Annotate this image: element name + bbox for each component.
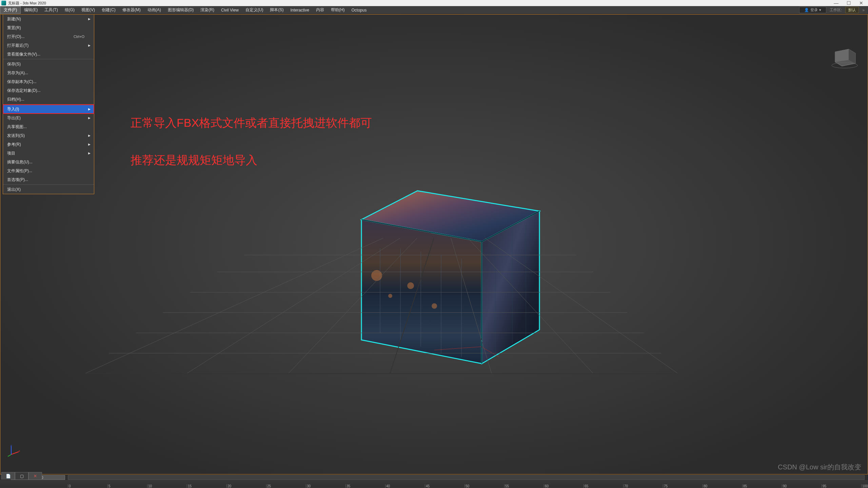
svg-text:z: z: [11, 444, 12, 447]
menu-modifiers[interactable]: 修改器(M): [119, 6, 144, 14]
menu-file[interactable]: 文件(F): [0, 6, 21, 14]
file-menu-item[interactable]: 另存为(A)...: [3, 68, 94, 77]
file-menu-item[interactable]: 导出(E)▶: [3, 114, 94, 122]
menu-item-label: 新建(N): [7, 16, 21, 22]
menu-help[interactable]: 帮助(H): [328, 6, 348, 14]
title-bar: 无标题 - 3ds Max 2020 — ☐ ✕: [0, 0, 868, 6]
file-menu-item[interactable]: 项目▶: [3, 149, 94, 158]
menu-view[interactable]: 视图(V): [78, 6, 98, 14]
file-menu-item[interactable]: 首选项(P)...: [3, 175, 94, 184]
grid-floor: [0, 15, 868, 488]
menu-item-label: 摘要信息(U)...: [7, 159, 33, 165]
file-menu-item[interactable]: 新建(N)▶: [3, 15, 94, 23]
svg-marker-35: [835, 49, 849, 62]
menu-edit[interactable]: 编辑(E): [21, 6, 41, 14]
file-menu-item[interactable]: 发送到(S)▶: [3, 131, 94, 140]
watermark: CSDN @Low sir的自我改变: [778, 463, 861, 472]
file-menu-item[interactable]: 退出(X): [3, 185, 94, 194]
file-dropdown: 新建(N)▶重置(R)打开(O)...Ctrl+O打开最近(T)▶查看图像文件(…: [3, 14, 94, 194]
workspace-selector[interactable]: 默认: [845, 7, 859, 13]
login-label: 登录: [810, 7, 818, 13]
svg-line-40: [8, 454, 11, 456]
axis-gizmo: x z: [7, 444, 21, 457]
menu-item-label: 打开最近(T): [7, 43, 28, 48]
menu-customize[interactable]: 自定义(U): [242, 6, 267, 14]
file-menu-item[interactable]: 重置(R): [3, 23, 94, 32]
help-icon[interactable]: »: [862, 8, 865, 13]
maximize-button[interactable]: ☐: [847, 0, 851, 6]
menu-item-label: 另存为(A)...: [7, 70, 28, 76]
menu-item-label: 共享视图...: [7, 124, 27, 130]
close-button[interactable]: ✕: [859, 0, 863, 6]
menu-content[interactable]: 内容: [313, 6, 328, 14]
annotation-line1: 正常导入FBX格式文件或者直接托拽进软件都可: [131, 115, 372, 131]
menu-item-label: 保存副本为(C)...: [7, 79, 37, 85]
menu-item-label: 文件属性(P)...: [7, 168, 32, 174]
menu-item-label: 参考(R): [7, 142, 21, 147]
menu-item-label: 保存(S): [7, 61, 21, 67]
submenu-arrow-icon: ▶: [88, 44, 91, 47]
tab-close[interactable]: ×: [28, 472, 42, 480]
submenu-arrow-icon: ▶: [88, 143, 91, 146]
submenu-arrow-icon: ▶: [88, 151, 91, 155]
menu-item-label: 归档(H)...: [7, 97, 24, 102]
menu-civilview[interactable]: Civil View: [218, 6, 242, 14]
annotation-line2: 推荐还是规规矩矩地导入: [131, 152, 257, 168]
menu-scripting[interactable]: 脚本(S): [267, 6, 287, 14]
menu-rendering[interactable]: 渲染(R): [197, 6, 218, 14]
menu-item-label: 保存选定对象(D)...: [7, 88, 41, 94]
menu-item-label: 导入(I): [7, 106, 19, 112]
menu-item-label: 打开(O)...: [7, 34, 24, 40]
user-icon: 👤: [804, 8, 809, 12]
file-menu-item[interactable]: 打开(O)...Ctrl+O: [3, 32, 94, 41]
menu-create[interactable]: 创建(C): [98, 6, 119, 14]
menu-bar: 文件(F) 编辑(E) 工具(T) 组(G) 视图(V) 创建(C) 修改器(M…: [0, 6, 868, 14]
minimize-button[interactable]: —: [834, 0, 839, 6]
viewcube[interactable]: [828, 45, 859, 69]
menu-item-label: 退出(X): [7, 187, 21, 192]
file-menu-item[interactable]: 保存选定对象(D)...: [3, 86, 94, 95]
file-menu-item[interactable]: 参考(R)▶: [3, 140, 94, 149]
menu-item-label: 项目: [7, 150, 15, 156]
chevron-down-icon: ▾: [819, 8, 821, 12]
window-title: 无标题 - 3ds Max 2020: [8, 1, 46, 6]
svg-line-38: [11, 452, 19, 454]
submenu-arrow-icon: ▶: [88, 134, 91, 137]
viewport[interactable]: x z: [0, 14, 868, 474]
menu-shortcut: Ctrl+O: [74, 35, 84, 39]
submenu-arrow-icon: ▶: [88, 116, 91, 120]
file-menu-item[interactable]: 摘要信息(U)...: [3, 158, 94, 166]
menu-animation[interactable]: 动画(A): [144, 6, 164, 14]
window-controls: — ☐ ✕: [834, 0, 867, 6]
menu-group[interactable]: 组(G): [61, 6, 78, 14]
menu-item-label: 导出(E): [7, 115, 21, 121]
tab-script[interactable]: 📄: [1, 472, 15, 480]
menu-right: 👤 登录 ▾ 工作区: 默认 »: [799, 7, 868, 13]
submenu-arrow-icon: ▶: [88, 17, 91, 21]
menu-interactive[interactable]: Interactive: [287, 6, 312, 14]
file-menu-item[interactable]: 导入(I)▶: [3, 105, 94, 114]
menu-item-label: 首选项(P)...: [7, 177, 28, 183]
login-button[interactable]: 👤 登录 ▾: [799, 7, 826, 13]
file-menu-item[interactable]: 保存副本为(C)...: [3, 77, 94, 86]
menu-octopus[interactable]: Octopus: [348, 6, 370, 14]
file-menu-item[interactable]: 打开最近(T)▶: [3, 41, 94, 50]
workspace-label: 工作区:: [830, 7, 842, 13]
workspace-value: 默认: [848, 8, 856, 12]
submenu-arrow-icon: ▶: [88, 107, 91, 111]
file-menu-item[interactable]: 归档(H)...: [3, 95, 94, 104]
menu-item-label: 发送到(S): [7, 133, 25, 139]
menu-tools[interactable]: 工具(T): [41, 6, 61, 14]
app-icon: [1, 1, 6, 5]
menu-grapheditors[interactable]: 图形编辑器(D): [164, 6, 197, 14]
file-menu-item[interactable]: 共享视图...: [3, 122, 94, 131]
file-menu-item[interactable]: 文件属性(P)...: [3, 166, 94, 175]
tab-listener[interactable]: ▢: [15, 472, 28, 480]
svg-text:x: x: [19, 449, 20, 452]
menu-item-label: 查看图像文件(V)...: [7, 52, 40, 57]
file-menu-item[interactable]: 保存(S): [3, 60, 94, 68]
file-menu-item[interactable]: 查看图像文件(V)...: [3, 50, 94, 59]
menu-item-label: 重置(R): [7, 25, 21, 31]
